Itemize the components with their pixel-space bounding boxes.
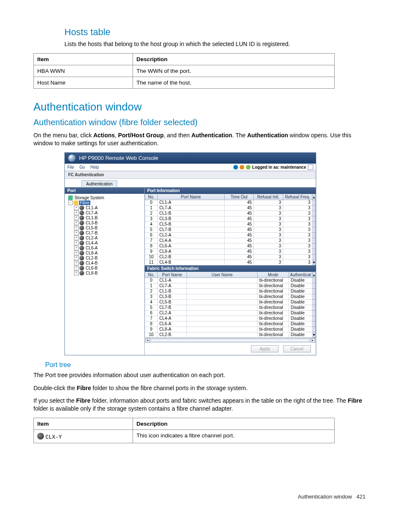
- expand-icon[interactable]: +: [74, 256, 79, 260]
- scroll-down-icon[interactable]: ▾: [312, 260, 316, 265]
- tab-authentication[interactable]: Authentication: [82, 180, 117, 187]
- col-refusal-intl[interactable]: Refusal Intl.: [254, 194, 283, 200]
- table-row[interactable]: 5CL7-Bbi-directionalDisable: [145, 305, 316, 310]
- col-refusal-freq[interactable]: Refusal Freq.: [283, 194, 312, 200]
- port-tree[interactable]: Storage System – Fibre +CL1-A+CL7-A+CL1-…: [65, 194, 144, 278]
- corner-icon[interactable]: [308, 164, 313, 170]
- table-row[interactable]: 0CL1-Abi-directionalDisable: [145, 278, 316, 283]
- expand-icon[interactable]: +: [74, 231, 79, 235]
- tree-port-item[interactable]: +CL1-B: [66, 216, 143, 221]
- port-icon: [79, 261, 84, 265]
- table-row[interactable]: 0CL1-A4533: [145, 200, 316, 205]
- table-row[interactable]: 2CL1-Bbi-directionalDisable: [145, 288, 316, 294]
- table-row[interactable]: 7CL4-A4533: [145, 238, 316, 243]
- table-row[interactable]: 6CL2-Abi-directionalDisable: [145, 310, 316, 316]
- table-row[interactable]: 8CL6-Abi-directionalDisable: [145, 321, 316, 326]
- table-row[interactable]: 6CL2-A4533: [145, 232, 316, 238]
- col-no[interactable]: No.: [145, 194, 158, 200]
- apply-button[interactable]: Apply: [251, 345, 279, 352]
- tree-port-label: CL8-B: [85, 271, 98, 275]
- tree-port-item[interactable]: +CL4-A: [66, 241, 143, 246]
- table-row[interactable]: 10CL2-Bbi-directionalDisable▾: [145, 332, 316, 337]
- tree-port-item[interactable]: +CL5-B: [66, 226, 143, 231]
- tree-port-item[interactable]: +CL4-B: [66, 261, 143, 266]
- col-username[interactable]: User Name: [187, 272, 258, 278]
- expand-icon[interactable]: +: [74, 226, 79, 230]
- col-no[interactable]: No.: [145, 272, 158, 278]
- expand-icon[interactable]: +: [74, 221, 79, 225]
- tree-port-label: CL2-A: [85, 236, 98, 240]
- expand-icon[interactable]: +: [74, 211, 79, 215]
- port-icon: [79, 206, 84, 210]
- expand-icon[interactable]: +: [74, 271, 79, 275]
- menubar: File Go Help Logged in as: maintenance: [65, 164, 316, 171]
- table-row[interactable]: 9CL8-A4533: [145, 249, 316, 254]
- table-row[interactable]: 1CL7-A4533: [145, 205, 316, 211]
- expand-icon[interactable]: +: [74, 251, 79, 255]
- tree-port-item[interactable]: +CL8-B: [66, 271, 143, 276]
- table-row[interactable]: 11CL4-B4533▾: [145, 260, 316, 265]
- table-row[interactable]: 5CL7-B4533: [145, 227, 316, 232]
- table-row[interactable]: 2CL1-B4533: [145, 211, 316, 216]
- col-portname[interactable]: Port Name: [158, 194, 225, 200]
- table-row[interactable]: 4CL5-B4533: [145, 221, 316, 227]
- tree-port-item[interactable]: +CL7-B: [66, 231, 143, 236]
- fabric-info-table: No. Port Name User Name Mode Authenticat…: [145, 272, 316, 338]
- col-portname[interactable]: Port Name: [158, 272, 187, 278]
- menu-go[interactable]: Go: [79, 165, 85, 170]
- table-row[interactable]: 8CL6-A4533: [145, 243, 316, 249]
- table-row[interactable]: 7CL4-Abi-directionalDisable: [145, 316, 316, 321]
- expand-icon[interactable]: +: [74, 261, 79, 265]
- scroll-down-icon[interactable]: ▾: [312, 332, 316, 337]
- expand-icon[interactable]: +: [74, 266, 79, 270]
- storage-system-icon: [68, 195, 73, 200]
- expand-icon[interactable]: +: [74, 236, 79, 240]
- tree-root[interactable]: Storage System: [74, 195, 105, 200]
- tree-port-item[interactable]: +CL7-A: [66, 211, 143, 216]
- scroll-up-icon[interactable]: ▴: [312, 272, 316, 278]
- porttree-p3: If you select the Fibre folder, informat…: [33, 397, 366, 413]
- tree-fibre-folder[interactable]: Fibre: [79, 200, 90, 205]
- status-icon-blue[interactable]: [233, 165, 238, 170]
- hp-logo-icon: [68, 154, 76, 162]
- expand-icon[interactable]: +: [74, 246, 79, 250]
- expand-icon[interactable]: +: [74, 216, 79, 220]
- col-mode[interactable]: Mode: [258, 272, 289, 278]
- table-row[interactable]: 10CL2-B4533: [145, 254, 316, 260]
- menu-help[interactable]: Help: [90, 165, 99, 170]
- tree-port-item[interactable]: +CL1-A: [66, 206, 143, 211]
- hosts-table: Item Description HBA WWN The WWN of the …: [33, 53, 335, 89]
- collapse-icon[interactable]: –: [68, 200, 73, 205]
- scroll-right-icon[interactable]: ▸: [311, 338, 315, 342]
- col-item: Item: [34, 418, 133, 430]
- port-icon: [79, 246, 84, 250]
- table-row[interactable]: 9CL8-Abi-directionalDisable: [145, 326, 316, 332]
- expand-icon[interactable]: +: [74, 206, 79, 210]
- table-row[interactable]: 4CL5-Bbi-directionalDisable: [145, 299, 316, 305]
- status-icon-green[interactable]: [246, 165, 251, 170]
- tree-port-item[interactable]: +CL2-B: [66, 256, 143, 261]
- tree-port-item[interactable]: +CL6-B: [66, 266, 143, 271]
- subbar-label: FC Authentication: [65, 171, 316, 179]
- status-icon-orange[interactable]: [240, 165, 244, 170]
- tree-port-item[interactable]: +CL8-A: [66, 251, 143, 256]
- menu-file[interactable]: File: [67, 165, 74, 170]
- tree-port-item[interactable]: +CL2-A: [66, 236, 143, 241]
- scroll-up-icon[interactable]: ▴: [312, 194, 316, 200]
- tree-port-item[interactable]: +CL3-B: [66, 221, 143, 226]
- col-timeout[interactable]: Time Out: [225, 194, 254, 200]
- table-row[interactable]: 3CL3-B4533: [145, 216, 316, 221]
- col-auth[interactable]: Authenticat: [289, 272, 312, 278]
- tree-port-label: CL1-B: [85, 216, 98, 220]
- expand-icon[interactable]: +: [74, 241, 79, 245]
- tree-port-item[interactable]: +CL6-A: [66, 246, 143, 251]
- table-row[interactable]: 3CL3-Bbi-directionalDisable: [145, 294, 316, 299]
- auth-window-subheading: Authentication window (fibre folder sele…: [33, 118, 366, 127]
- cancel-button[interactable]: Cancel: [283, 345, 311, 352]
- col-description: Description: [133, 53, 335, 65]
- fabric-info-header: Fabric Switch Information: [145, 265, 316, 272]
- scroll-left-icon[interactable]: ◂: [146, 338, 150, 342]
- port-icon: [79, 271, 84, 275]
- horizontal-scrollbar[interactable]: ◂ ▸: [145, 338, 316, 342]
- table-row[interactable]: 1CL7-Abi-directionalDisable: [145, 283, 316, 288]
